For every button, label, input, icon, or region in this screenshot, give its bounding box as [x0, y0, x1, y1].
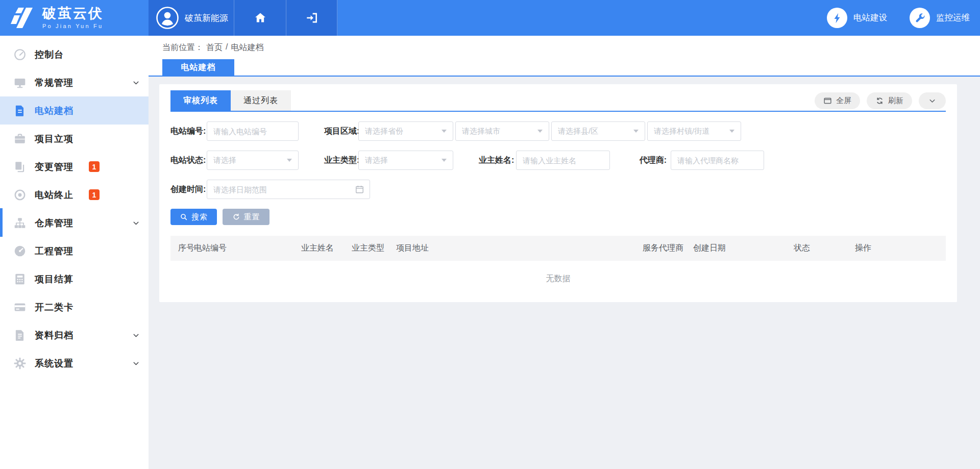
wrench-icon [910, 8, 930, 28]
column-header: 项目地址 [396, 243, 643, 254]
select-placeholder: 请选择村镇/街道 [654, 127, 709, 136]
region-select-district[interactable]: 请选择县/区 [551, 121, 645, 141]
module-monitor-ops[interactable]: 监控运维 [910, 8, 970, 28]
calendar-icon [355, 185, 364, 194]
sidebar-item-project-init[interactable]: 项目立项 [0, 125, 149, 153]
breadcrumb-current: 电站建档 [231, 42, 263, 53]
reset-icon [232, 213, 240, 221]
sidebar-item-warehouse-mgmt[interactable]: 仓库管理 [0, 209, 149, 237]
empty-state: 无数据 [170, 261, 946, 297]
date-range-input[interactable] [213, 180, 351, 199]
home-icon [254, 11, 267, 24]
table-header-row: 序号电站编号业主姓名业主类型项目地址服务代理商创建日期状态操作 [170, 236, 946, 261]
brand-subtitle: Po Jian Yun Fu [42, 23, 104, 29]
document-icon [13, 104, 27, 117]
column-header: 创建日期 [693, 243, 794, 254]
module-label: 监控运维 [936, 12, 970, 23]
sidebar-item-project-settlement[interactable]: 项目结算 [0, 265, 149, 293]
panel-card: 审核列表 通过列表 全屏 [159, 84, 957, 302]
dashboard-icon [13, 48, 27, 61]
tab-review-list[interactable]: 审核列表 [170, 90, 231, 111]
fullscreen-icon [823, 96, 832, 105]
chevron-down-icon [287, 159, 292, 162]
station-no-label: 电站编号: [170, 126, 207, 137]
sidebar-item-label: 常规管理 [35, 77, 74, 89]
sidebar-item-engineering-mgmt[interactable]: 工程管理 [0, 237, 149, 265]
sign-in-icon [305, 11, 318, 24]
sidebar-menu: 控制台常规管理电站建档项目立项变更管理1电站终止1仓库管理工程管理项目结算开二类… [0, 36, 149, 377]
agent-label: 代理商: [635, 155, 671, 166]
search-button[interactable]: 搜索 [170, 209, 217, 225]
collapse-filters-button[interactable] [919, 92, 946, 109]
sidebar-item-label: 仓库管理 [35, 217, 74, 229]
sidebar-item-console[interactable]: 控制台 [0, 40, 149, 68]
region-select-town[interactable]: 请选择村镇/街道 [647, 121, 741, 141]
sidebar-item-change-mgmt[interactable]: 变更管理1 [0, 153, 149, 181]
breadcrumb-separator: / [226, 42, 228, 53]
chevron-down-icon [633, 130, 639, 133]
station-no-input[interactable] [213, 122, 292, 140]
gauge-icon [13, 244, 27, 258]
topbar: 破茧云伏 Po Jian Yun Fu 破茧新能源 [0, 0, 980, 36]
sign-out-button[interactable] [286, 0, 337, 36]
sidebar-item-station-terminate[interactable]: 电站终止1 [0, 181, 149, 209]
select-placeholder: 请选择 [213, 156, 236, 165]
panel-tabs: 审核列表 通过列表 全屏 [170, 90, 946, 112]
chevron-down-icon [442, 130, 447, 133]
region-select-province[interactable]: 请选择省份 [358, 121, 453, 141]
sidebar: 控制台常规管理电站建档项目立项变更管理1电站终止1仓库管理工程管理项目结算开二类… [0, 36, 149, 469]
notification-badge: 1 [89, 161, 100, 172]
select-placeholder: 请选择县/区 [558, 127, 598, 136]
panel-toolbar: 全屏 刷新 [815, 92, 946, 109]
column-header: 操作 [855, 243, 957, 254]
column-header: 业主姓名 [301, 243, 352, 254]
region-select-city[interactable]: 请选择城市 [455, 121, 549, 141]
sidebar-item-label: 资料归档 [35, 329, 74, 341]
breadcrumb-bar: 当前位置： 首页 / 电站建档 电站建档 [149, 36, 980, 77]
module-station-build[interactable]: 电站建设 [827, 8, 887, 28]
sidebar-item-label: 项目立项 [35, 133, 74, 145]
breadcrumb: 当前位置： 首页 / 电站建档 [162, 42, 263, 53]
brand-title: 破茧云伏 [42, 7, 104, 20]
fullscreen-button[interactable]: 全屏 [815, 92, 860, 109]
gear-icon [13, 357, 27, 370]
owner-type-select[interactable]: 请选择 [358, 151, 453, 170]
calculator-icon [13, 273, 27, 286]
select-placeholder: 请选择 [365, 156, 388, 165]
sidebar-item-system-settings[interactable]: 系统设置 [0, 349, 149, 377]
region-label: 项目区域: [324, 126, 358, 137]
avatar-icon [156, 7, 179, 29]
main-area: 当前位置： 首页 / 电站建档 电站建档 审核列表 通过列表 [149, 36, 980, 469]
page-tab-station-archive[interactable]: 电站建档 [162, 59, 234, 76]
sidebar-item-station-archive[interactable]: 电站建档 [0, 96, 149, 125]
user-menu[interactable]: 破茧新能源 [149, 0, 234, 36]
sidebar-scrollbar-thumb[interactable] [0, 208, 3, 237]
sidebar-item-label: 系统设置 [35, 357, 74, 369]
region-selects: 请选择省份请选择城市请选择县/区请选择村镇/街道 [358, 121, 741, 141]
select-placeholder: 请选择城市 [462, 127, 500, 136]
notification-badge: 1 [89, 189, 100, 200]
owner-name-input[interactable] [523, 151, 603, 169]
chevron-down-icon [928, 96, 937, 105]
sidebar-item-data-archive[interactable]: 资料归档 [0, 321, 149, 349]
tab-approved-list[interactable]: 通过列表 [231, 90, 291, 111]
home-button[interactable] [234, 0, 286, 36]
column-header: 序号 [170, 243, 194, 254]
filter-form: 电站编号: 项目区域: 请选择省份请选择城市请选择县/区请选择村镇/街道 [170, 121, 946, 225]
owner-type-label: 业主类型: [324, 155, 358, 166]
target-icon [13, 188, 27, 202]
column-header: 业主类型 [352, 243, 396, 254]
breadcrumb-prefix: 当前位置： [162, 42, 203, 53]
breadcrumb-home-link[interactable]: 首页 [206, 42, 223, 53]
sidebar-item-open-type2-card[interactable]: 开二类卡 [0, 293, 149, 321]
refresh-button[interactable]: 刷新 [867, 92, 912, 109]
sidebar-item-general-mgmt[interactable]: 常规管理 [0, 68, 149, 96]
monitor-icon [13, 76, 27, 89]
briefcase-icon [13, 132, 27, 145]
card-icon [13, 301, 27, 314]
archive-icon [13, 329, 27, 342]
reset-button[interactable]: 重置 [223, 209, 270, 225]
refresh-icon [875, 96, 884, 105]
agent-input[interactable] [677, 151, 757, 169]
station-status-select[interactable]: 请选择 [207, 151, 299, 170]
